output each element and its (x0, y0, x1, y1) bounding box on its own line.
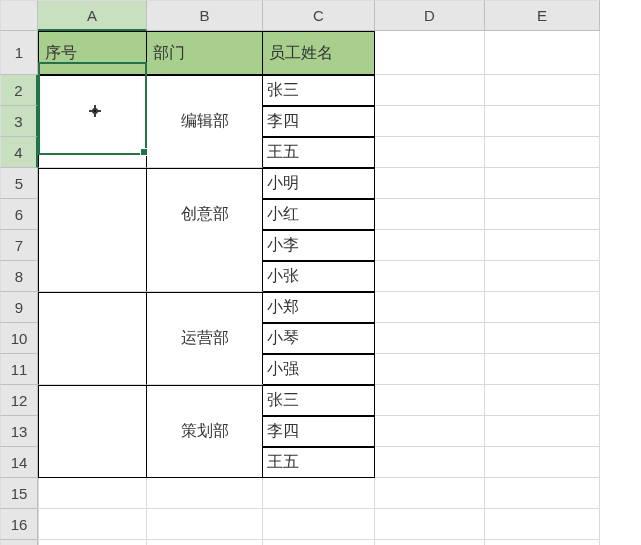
cell-D13[interactable] (375, 416, 485, 447)
cell-C1[interactable]: 员工姓名 (263, 31, 375, 75)
row-header-11[interactable]: 11 (0, 354, 38, 385)
cell-B16[interactable] (147, 509, 263, 540)
cell-A8[interactable] (38, 261, 147, 292)
cell-C14[interactable]: 王五 (263, 447, 375, 478)
column-header-D[interactable]: D (375, 0, 485, 31)
cell-A16[interactable] (38, 509, 147, 540)
cell-E3[interactable] (485, 106, 600, 137)
cell-C6[interactable]: 小红 (263, 199, 375, 230)
row-header-9[interactable]: 9 (0, 292, 38, 323)
cell-C15[interactable] (263, 478, 375, 509)
cell-E2[interactable] (485, 75, 600, 106)
cell-B8[interactable] (147, 261, 263, 292)
cell-B6[interactable]: 创意部 (147, 199, 263, 230)
cell-B15[interactable] (147, 478, 263, 509)
row-header-8[interactable]: 8 (0, 261, 38, 292)
cell-D10[interactable] (375, 323, 485, 354)
row-header-12[interactable]: 12 (0, 385, 38, 416)
cell-A9[interactable] (38, 292, 147, 323)
row-header-17[interactable]: 17 (0, 540, 38, 545)
row-header-2[interactable]: 2 (0, 75, 38, 106)
cell-A12[interactable] (38, 385, 147, 416)
row-header-13[interactable]: 13 (0, 416, 38, 447)
column-header-A[interactable]: A (38, 0, 147, 31)
cell-D16[interactable] (375, 509, 485, 540)
row-header-16[interactable]: 16 (0, 509, 38, 540)
column-header-C[interactable]: C (263, 0, 375, 31)
cell-D8[interactable] (375, 261, 485, 292)
cell-E10[interactable] (485, 323, 600, 354)
cell-B17[interactable] (147, 540, 263, 545)
cell-D12[interactable] (375, 385, 485, 416)
cell-C2[interactable]: 张三 (263, 75, 375, 106)
cell-C16[interactable] (263, 509, 375, 540)
cell-B11[interactable] (147, 354, 263, 385)
cell-D1[interactable] (375, 31, 485, 75)
cell-D7[interactable] (375, 230, 485, 261)
cell-A14[interactable] (38, 447, 147, 478)
cell-A6[interactable] (38, 199, 147, 230)
row-header-3[interactable]: 3 (0, 106, 38, 137)
cell-B1[interactable]: 部门 (147, 31, 263, 75)
row-header-5[interactable]: 5 (0, 168, 38, 199)
cell-B4[interactable] (147, 137, 263, 168)
column-header-E[interactable]: E (485, 0, 600, 31)
cell-E1[interactable] (485, 31, 600, 75)
cell-B2[interactable] (147, 75, 263, 106)
cell-B3[interactable]: 编辑部 (147, 106, 263, 137)
cell-A10[interactable] (38, 323, 147, 354)
cell-D3[interactable] (375, 106, 485, 137)
cell-C13[interactable]: 李四 (263, 416, 375, 447)
cell-A11[interactable] (38, 354, 147, 385)
row-header-15[interactable]: 15 (0, 478, 38, 509)
cell-D4[interactable] (375, 137, 485, 168)
row-header-10[interactable]: 10 (0, 323, 38, 354)
cell-E4[interactable] (485, 137, 600, 168)
cell-B14[interactable] (147, 447, 263, 478)
spreadsheet-grid[interactable]: ABCDE1序号部门员工姓名2张三3编辑部李四4王五5小明6创意部小红7小李8小… (0, 0, 641, 545)
cell-B12[interactable] (147, 385, 263, 416)
cell-B13[interactable]: 策划部 (147, 416, 263, 447)
cell-A1[interactable]: 序号 (38, 31, 147, 75)
cell-A2[interactable] (38, 75, 147, 106)
cell-D15[interactable] (375, 478, 485, 509)
row-header-6[interactable]: 6 (0, 199, 38, 230)
cell-C11[interactable]: 小强 (263, 354, 375, 385)
cell-A4[interactable] (38, 137, 147, 168)
cell-C10[interactable]: 小琴 (263, 323, 375, 354)
cell-E7[interactable] (485, 230, 600, 261)
cell-C17[interactable] (263, 540, 375, 545)
cell-E5[interactable] (485, 168, 600, 199)
cell-D5[interactable] (375, 168, 485, 199)
row-header-4[interactable]: 4 (0, 137, 38, 168)
cell-D11[interactable] (375, 354, 485, 385)
select-all-corner[interactable] (0, 0, 38, 31)
cell-E11[interactable] (485, 354, 600, 385)
cell-C3[interactable]: 李四 (263, 106, 375, 137)
cell-E6[interactable] (485, 199, 600, 230)
row-header-7[interactable]: 7 (0, 230, 38, 261)
cell-A13[interactable] (38, 416, 147, 447)
cell-D17[interactable] (375, 540, 485, 545)
cell-A7[interactable] (38, 230, 147, 261)
cell-E12[interactable] (485, 385, 600, 416)
cell-C5[interactable]: 小明 (263, 168, 375, 199)
cell-A3[interactable] (38, 106, 147, 137)
row-header-14[interactable]: 14 (0, 447, 38, 478)
cell-D14[interactable] (375, 447, 485, 478)
row-header-1[interactable]: 1 (0, 31, 38, 75)
cell-E13[interactable] (485, 416, 600, 447)
cell-B10[interactable]: 运营部 (147, 323, 263, 354)
cell-E16[interactable] (485, 509, 600, 540)
cell-D2[interactable] (375, 75, 485, 106)
cell-A15[interactable] (38, 478, 147, 509)
cell-C9[interactable]: 小郑 (263, 292, 375, 323)
cell-C12[interactable]: 张三 (263, 385, 375, 416)
cell-E17[interactable] (485, 540, 600, 545)
cell-A5[interactable] (38, 168, 147, 199)
cell-C4[interactable]: 王五 (263, 137, 375, 168)
cell-E14[interactable] (485, 447, 600, 478)
cell-E15[interactable] (485, 478, 600, 509)
cell-B9[interactable] (147, 292, 263, 323)
cell-D9[interactable] (375, 292, 485, 323)
